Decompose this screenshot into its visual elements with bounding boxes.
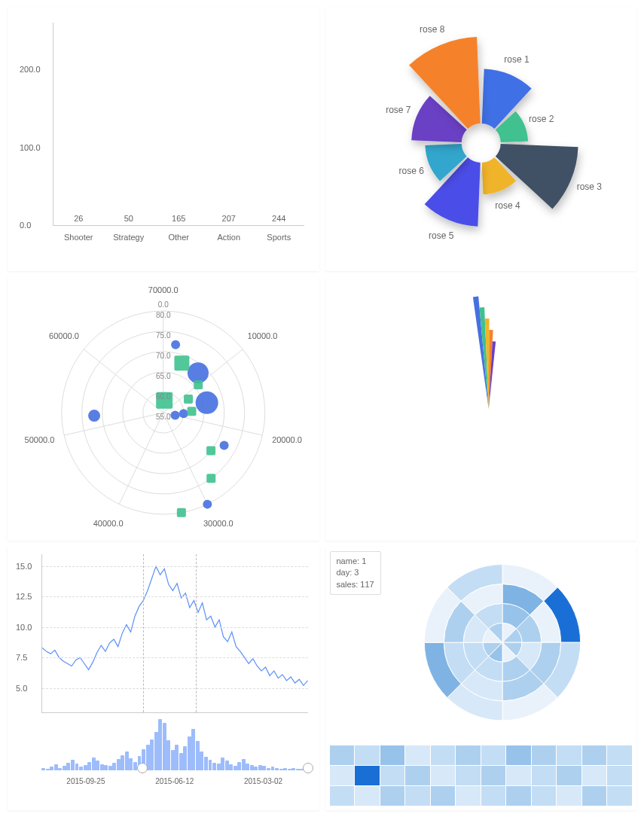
- line-cursor[interactable]: [196, 554, 197, 712]
- polar-point: [179, 409, 188, 418]
- polar-point: [184, 395, 193, 404]
- bar-chart: 26Shooter50Strategy165Other207Action244S…: [8, 8, 319, 271]
- timeseries-panel: 5.07.510.012.515.0 2015-09-252015-06-122…: [8, 547, 319, 810]
- grid-heat-cell: [380, 745, 405, 765]
- bar-xtick: Strategy: [106, 233, 151, 242]
- tooltip-sales-value: 117: [360, 580, 374, 589]
- polar-angle-tick: 30000.0: [203, 519, 233, 528]
- polar-radial-tick: 60.0: [156, 392, 170, 401]
- grid-heat-cell: [431, 745, 456, 765]
- bar-plot-area: 26Shooter50Strategy165Other207Action244S…: [53, 23, 304, 226]
- polar-scatter-panel: 55.060.065.070.075.080.00.010000.020000.…: [8, 277, 319, 541]
- line-series: [42, 566, 308, 685]
- grid-heat-cell: [431, 766, 456, 785]
- bar-xtick: Action: [206, 233, 252, 242]
- polar-radial-tick: 65.0: [156, 372, 170, 380]
- rose-label: rose 7: [386, 105, 411, 115]
- polar-point: [171, 411, 180, 420]
- grid-heat-cell: [532, 745, 557, 765]
- rose-chart-panel: rose 1rose 2rose 3rose 4rose 5rose 6rose…: [325, 8, 637, 271]
- line-ytick: 12.5: [16, 592, 32, 601]
- bar-ytick: 200.0: [20, 65, 41, 74]
- polar-angle-tick: 20000.0: [272, 435, 302, 444]
- tooltip-name-value: 1: [362, 556, 366, 565]
- line-brush-plot[interactable]: 2015-09-252015-06-122015-03-02: [41, 719, 308, 770]
- rose-label: rose 6: [398, 166, 423, 176]
- polar-angle-tick: 60000.0: [49, 331, 79, 340]
- grid-heat-cell: [557, 766, 581, 785]
- grid-heat-cell: [506, 766, 531, 785]
- brush-handle[interactable]: [303, 763, 313, 773]
- narrow-fan-chart: [325, 277, 637, 541]
- grid-heat-cell: [431, 786, 456, 806]
- grid-heat-cell: [355, 786, 380, 806]
- bar-ytick: 0.0: [20, 221, 31, 230]
- grid-heat-cell: [506, 745, 531, 765]
- polar-point: [188, 362, 209, 383]
- bar-column: 50Strategy: [114, 214, 144, 225]
- bar-column: 244Sports: [264, 214, 294, 225]
- grid-heat-cell: [607, 766, 632, 785]
- grid-heat-cell: [405, 745, 430, 765]
- bar-xtick: Shooter: [56, 233, 101, 242]
- rose-label: rose 8: [420, 24, 444, 35]
- narrow-fan-panel: [325, 277, 637, 541]
- bar-value-label: 50: [124, 214, 133, 223]
- rose-label: rose 1: [504, 54, 529, 65]
- line-xtick: 2015-03-02: [244, 777, 282, 785]
- grid-heat-cell: [456, 786, 481, 806]
- grid-heatmap: [330, 745, 633, 806]
- line-cursor[interactable]: [143, 554, 144, 712]
- bar-column: 26Shooter: [63, 214, 93, 225]
- grid-heat-cell: [582, 786, 607, 806]
- polar-radial-tick: 0.0: [158, 300, 169, 309]
- polar-point: [88, 410, 100, 422]
- bar-value-label: 244: [272, 214, 285, 223]
- heatmap-panel: name: 1 day: 3 sales: 117: [325, 547, 637, 810]
- polar-point: [171, 340, 180, 349]
- heatmap-chart: name: 1 day: 3 sales: 117: [325, 547, 637, 810]
- bar-chart-panel: 26Shooter50Strategy165Other207Action244S…: [8, 8, 319, 271]
- bar-value-label: 26: [74, 214, 83, 223]
- bar-ytick: 100.0: [20, 143, 41, 152]
- bar-value-label: 165: [172, 214, 185, 223]
- grid-heat-cell: [607, 745, 632, 765]
- grid-heat-cell: [557, 745, 581, 765]
- svg-line-10: [64, 413, 163, 435]
- line-ytick: 7.5: [16, 653, 27, 662]
- grid-heat-cell: [330, 745, 355, 765]
- polar-point: [220, 441, 229, 450]
- rose-label: rose 4: [495, 200, 520, 211]
- line-ytick: 15.0: [16, 562, 32, 571]
- grid-heat-cell: [582, 745, 607, 765]
- polar-point: [203, 500, 212, 509]
- grid-heat-cell: [405, 766, 430, 785]
- line-ytick: 5.0: [16, 684, 27, 693]
- brush-handle[interactable]: [137, 763, 148, 773]
- grid-heat-cell: [330, 786, 355, 806]
- line-xtick: 2015-06-12: [155, 777, 194, 785]
- line-main-plot: 5.07.510.012.515.0: [41, 554, 308, 713]
- polar-radial-tick: 75.0: [156, 331, 170, 340]
- polar-point: [177, 508, 186, 517]
- rose-label: rose 3: [577, 181, 602, 192]
- polar-point: [194, 380, 203, 389]
- bar-xtick: Other: [156, 233, 201, 242]
- rose-label: rose 2: [529, 114, 554, 124]
- grid-heat-cell: [481, 745, 506, 765]
- line-xtick: 2015-09-25: [66, 777, 105, 785]
- tooltip-day-value: 3: [354, 568, 359, 577]
- polar-point: [206, 474, 215, 483]
- polar-angle-tick: 70000.0: [148, 285, 179, 294]
- polar-point: [174, 355, 189, 370]
- grid-heat-cell: [456, 766, 481, 785]
- grid-heat-cell: [405, 786, 430, 806]
- grid-heat-cell: [355, 766, 380, 785]
- grid-heat-cell: [355, 745, 380, 765]
- polar-angle-tick: 10000.0: [248, 331, 278, 340]
- svg-line-9: [119, 413, 163, 505]
- grid-heat-cell: [456, 745, 481, 765]
- polar-point: [188, 407, 197, 416]
- grid-heat-cell: [506, 786, 531, 806]
- bar-xtick: Sports: [256, 233, 301, 242]
